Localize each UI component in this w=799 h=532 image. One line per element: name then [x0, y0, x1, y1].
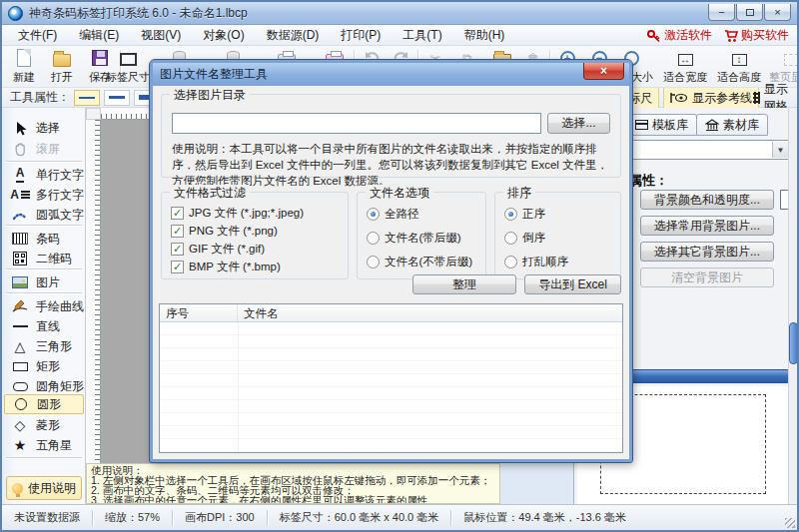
radio-filename-no-ext[interactable]: 文件名(不带后缀): [367, 255, 472, 269]
barcode-icon: [10, 233, 30, 245]
rounded-rectangle-icon: [10, 382, 30, 391]
radio-full-path[interactable]: 全路径: [367, 207, 419, 222]
dialog-title-bar: 图片文件名整理工具 ×: [153, 63, 629, 86]
tool-triangle[interactable]: △ 三角形: [4, 336, 84, 356]
radio-icon: [504, 232, 517, 245]
show-grid-button[interactable]: 显示网格: [747, 88, 797, 108]
menu-datasource[interactable]: 数据源(D): [259, 25, 328, 46]
lightbulb-icon: [12, 483, 23, 494]
radio-filename-with-ext[interactable]: 文件名(带后缀): [367, 231, 461, 246]
qr-code-icon: [10, 252, 30, 266]
column-filename: 文件名: [238, 304, 622, 321]
tool-circle-selected[interactable]: 圆形: [4, 394, 84, 414]
menu-print[interactable]: 打印(P): [333, 25, 389, 46]
clear-background-button[interactable]: 清空背景图片: [640, 267, 774, 287]
menu-tools[interactable]: 工具(T): [395, 25, 449, 46]
choose-directory-button[interactable]: 选择...: [547, 113, 610, 134]
checkbox-bmp[interactable]: ✓ BMP 文件 (*.bmp): [171, 260, 281, 274]
tool-rectangle[interactable]: 矩形: [4, 356, 84, 376]
tools-sidebar: 选择 滚屏 A 单行文字 A 多行文字 圆弧文字 条码 二维码: [2, 108, 86, 504]
menu-edit[interactable]: 编辑(E): [71, 25, 127, 46]
tool-image[interactable]: 图片: [4, 272, 84, 292]
fit-width-icon: ↔: [678, 54, 693, 66]
triangle-icon: △: [10, 339, 30, 353]
fit-height-button[interactable]: ↕ 适合高度: [713, 48, 765, 86]
directory-group-label: 选择图片目录: [170, 87, 250, 104]
circle-icon: [11, 398, 31, 410]
radio-icon: [367, 256, 380, 268]
status-mouse-position: 鼠标位置：49.4 毫米，-13.6 毫米: [451, 510, 638, 525]
tool-rounded-rectangle[interactable]: 圆角矩形: [4, 376, 84, 396]
dialog-title: 图片文件名整理工具: [160, 66, 268, 83]
line-style-medium-swatch[interactable]: [104, 90, 130, 106]
line-icon: [10, 325, 30, 327]
minimize-button[interactable]: −: [708, 4, 735, 21]
menu-help[interactable]: 帮助(H): [456, 25, 513, 46]
app-icon: [8, 6, 23, 21]
fit-width-button[interactable]: ↔ 适合宽度: [659, 48, 711, 86]
label-size-button[interactable]: 标签尺寸: [102, 48, 154, 86]
checkbox-checked-icon: ✓: [171, 225, 184, 238]
chevron-down-icon: ▼: [772, 142, 788, 158]
radio-descending[interactable]: 倒序: [504, 231, 545, 246]
background-color-button[interactable]: 背景颜色和透明度...: [640, 190, 774, 210]
status-datasource: 未设置数据源: [2, 510, 92, 525]
tool-single-line-text[interactable]: A 单行文字: [4, 165, 84, 185]
key-icon: [647, 29, 661, 43]
tool-select[interactable]: 选择: [4, 118, 84, 138]
tool-line[interactable]: 直线: [4, 316, 84, 336]
tool-barcode[interactable]: 条码: [4, 229, 84, 249]
line-style-thin-swatch[interactable]: [74, 90, 100, 106]
checkbox-png[interactable]: ✓ PNG 文件 (*.png): [171, 224, 278, 239]
grid-icon: [753, 92, 760, 104]
close-button[interactable]: ×: [764, 4, 791, 21]
menu-file[interactable]: 文件(F): [10, 25, 65, 46]
buy-software-link[interactable]: 购买软件: [724, 27, 789, 44]
show-guides-button[interactable]: 显示参考线: [663, 88, 759, 108]
maximize-button[interactable]: [736, 4, 763, 21]
tab-material-library[interactable]: 素材库: [696, 114, 768, 136]
new-document-button[interactable]: 新建: [6, 48, 42, 86]
radio-icon: [504, 256, 517, 268]
status-zoom: 缩放：57%: [93, 510, 172, 525]
tool-pan[interactable]: 滚屏: [4, 139, 84, 159]
checkbox-jpg[interactable]: ✓ JPG 文件 (*.jpg;*.jpeg): [171, 206, 304, 221]
activate-software-link[interactable]: 激活软件: [647, 27, 712, 44]
directory-input[interactable]: [172, 113, 541, 134]
radio-ascending[interactable]: 正序: [504, 207, 545, 222]
tool-multi-line-text[interactable]: A 多行文字: [4, 185, 84, 205]
tool-qrcode[interactable]: 二维码: [4, 249, 84, 268]
app-window: 神奇条码标签打印系统 6.0 - 未命名1.lbcp − × 文件(F) 编辑(…: [0, 0, 799, 532]
usage-notes-panel: 使用说明： 1. 左侧对象栏中选择一个工具后，在画布区域按住鼠标左键拖动，即可添…: [86, 463, 500, 504]
usage-help-button[interactable]: 使用说明: [6, 476, 82, 500]
common-background-button[interactable]: 选择常用背景图片...: [640, 216, 774, 236]
single-line-text-icon: A: [10, 167, 30, 182]
star-icon: ★: [10, 438, 30, 452]
tool-star[interactable]: ★ 五角星: [4, 435, 84, 455]
directory-group: 选择图片目录 选择... 使用说明：本工具可以将一个目录中所有图片的文件名读取出…: [161, 94, 621, 178]
checkbox-gif[interactable]: ✓ GIF 文件 (*.gif): [171, 242, 265, 257]
dialog-close-button[interactable]: ×: [583, 63, 624, 80]
organize-button[interactable]: 整理: [412, 274, 516, 294]
filename-list[interactable]: 序号 文件名: [159, 303, 623, 453]
label-size-icon: [120, 53, 137, 66]
tool-freehand-curve[interactable]: 手绘曲线: [4, 296, 84, 316]
tab-template-library[interactable]: 模板库: [626, 114, 697, 136]
image-filename-tool-dialog: 图片文件名整理工具 × 选择图片目录 选择... 使用说明：本工具可以将一个目录…: [150, 60, 632, 462]
material-library-icon: [705, 119, 719, 132]
panel-scrollbar[interactable]: [788, 108, 799, 504]
full-page-icon: [784, 54, 798, 66]
export-to-excel-button[interactable]: 导出到 Excel: [524, 274, 621, 294]
other-background-button[interactable]: 选择其它背景图片...: [640, 242, 774, 262]
radio-shuffle[interactable]: 打乱顺序: [504, 255, 568, 269]
column-index: 序号: [160, 304, 238, 321]
scrollbar-thumb[interactable]: [789, 322, 798, 364]
resize-grip[interactable]: [785, 518, 795, 528]
tool-diamond[interactable]: ◇ 菱形: [4, 415, 84, 435]
menu-view[interactable]: 视图(V): [133, 25, 189, 46]
open-button[interactable]: 打开: [44, 48, 80, 86]
menu-bar: 文件(F) 编辑(E) 视图(V) 对象(O) 数据源(D) 打印(P) 工具(…: [2, 25, 797, 46]
tool-arc-text[interactable]: 圆弧文字: [4, 205, 84, 225]
hand-icon: [10, 142, 30, 157]
menu-object[interactable]: 对象(O): [195, 25, 252, 46]
